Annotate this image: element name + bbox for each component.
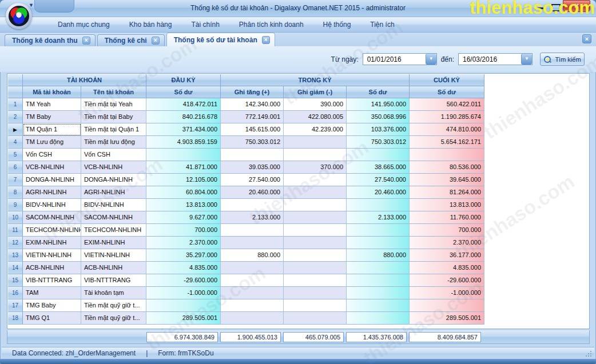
decrease-cell[interactable]: 390.000: [284, 98, 347, 111]
account-name-cell[interactable]: VIB-NTTTRANG: [81, 274, 146, 287]
closing-balance-cell[interactable]: 2.370.000: [410, 237, 484, 249]
decrease-cell[interactable]: [284, 199, 347, 211]
account-name-cell[interactable]: Tiền mặt quỹ giữ t...: [81, 299, 146, 312]
col-so-du-trong-ky[interactable]: Số dư: [347, 86, 410, 98]
menu-phan-tich-kinh-doanh[interactable]: Phân tích kinh doanh: [229, 17, 313, 32]
menu-tai-chinh[interactable]: Tài chính: [181, 17, 229, 32]
closing-balance-cell[interactable]: 81.264.000: [410, 186, 484, 199]
row-indicator[interactable]: 4: [8, 136, 23, 149]
group-tai-khoan[interactable]: TÀI KHOẢN: [23, 74, 146, 86]
account-name-cell[interactable]: Tiền mặt tại Baby: [81, 111, 146, 123]
account-code-cell[interactable]: VIETIN-NHLINH: [23, 249, 81, 262]
account-name-cell[interactable]: DONGA-NHLINH: [81, 174, 146, 186]
row-indicator[interactable]: 12: [8, 237, 23, 249]
closing-balance-cell[interactable]: 36.177.000: [410, 249, 484, 262]
closing-balance-cell[interactable]: 13.813.000: [410, 199, 484, 211]
chevron-down-icon[interactable]: ▼: [426, 54, 436, 65]
opening-balance-cell[interactable]: [146, 149, 221, 161]
row-indicator[interactable]: 9: [8, 199, 23, 211]
decrease-cell[interactable]: [284, 249, 347, 262]
opening-balance-cell[interactable]: 12.105.000: [146, 174, 221, 186]
period-balance-cell[interactable]: 20.460.000: [347, 186, 410, 199]
opening-balance-cell[interactable]: -29.600.000: [146, 274, 221, 287]
decrease-cell[interactable]: 370.000: [284, 161, 347, 174]
closing-balance-cell[interactable]: -29.600.000: [410, 274, 484, 287]
to-date-input[interactable]: 16/03/2016 ▼: [458, 53, 533, 65]
increase-cell[interactable]: 142.340.000: [221, 98, 284, 111]
increase-cell[interactable]: [221, 262, 284, 274]
menu-tien-ich[interactable]: Tiện ích: [360, 17, 404, 32]
app-logo-orb[interactable]: [6, 3, 32, 29]
account-name-cell[interactable]: SACOM-NHLINH: [81, 211, 146, 224]
table-row[interactable]: 5 Vốn CSH Vốn CSH: [8, 149, 484, 161]
table-row[interactable]: 6 VCB-NHLINH VCB-NHLINH 41.871.000 39.03…: [8, 161, 484, 174]
account-name-cell[interactable]: VCB-NHLINH: [81, 161, 146, 174]
account-code-cell[interactable]: TECHCOM-NHLINH: [23, 224, 81, 237]
table-row[interactable]: 13 VIETIN-NHLINH VIETIN-NHLINH 35.297.00…: [8, 249, 484, 262]
closing-balance-cell[interactable]: [410, 299, 484, 312]
account-name-cell[interactable]: Tiền mặt lưu động: [81, 136, 146, 149]
restore-button[interactable]: [548, 2, 563, 11]
closing-balance-cell[interactable]: 1.190.285.674: [410, 111, 484, 123]
row-indicator[interactable]: 2: [8, 111, 23, 123]
period-balance-cell[interactable]: [347, 274, 410, 287]
closing-balance-cell[interactable]: 474.810.000: [410, 123, 484, 136]
opening-balance-cell[interactable]: -1.000.000: [146, 287, 221, 299]
tab-close-icon[interactable]: ×: [152, 37, 160, 45]
chevron-down-icon[interactable]: ▼: [521, 54, 532, 65]
opening-balance-cell[interactable]: 289.505.001: [146, 312, 221, 325]
increase-cell[interactable]: [221, 274, 284, 287]
row-indicator[interactable]: 18: [8, 312, 23, 325]
table-row[interactable]: 18 TMG Q1 Tiền mặt quỹ giữ t... 289.505.…: [8, 312, 484, 325]
increase-cell[interactable]: [221, 199, 284, 211]
opening-balance-cell[interactable]: 35.297.000: [146, 249, 221, 262]
account-code-cell[interactable]: DONGA-NHLINH: [23, 174, 81, 186]
row-indicator[interactable]: 7: [8, 174, 23, 186]
period-balance-cell[interactable]: 880.000: [347, 249, 410, 262]
closing-balance-cell[interactable]: 4.835.000: [410, 262, 484, 274]
period-balance-cell[interactable]: [347, 299, 410, 312]
tab-thong-ke-doanh-thu[interactable]: Thống kê doanh thu ×: [5, 34, 96, 46]
increase-cell[interactable]: [221, 299, 284, 312]
row-indicator[interactable]: 15: [8, 274, 23, 287]
decrease-cell[interactable]: [284, 186, 347, 199]
account-code-cell[interactable]: ACB-NHLINH: [23, 262, 81, 274]
table-row[interactable]: 16 TAM Tài khoản tạm -1.000.000 -1.000.0…: [8, 287, 484, 299]
closing-balance-cell[interactable]: 11.760.000: [410, 211, 484, 224]
account-name-cell[interactable]: Tài khoản tạm: [81, 287, 146, 299]
account-name-cell[interactable]: BIDV-NHLINH: [81, 199, 146, 211]
period-balance-cell[interactable]: [347, 287, 410, 299]
period-balance-cell[interactable]: 350.068.996: [347, 111, 410, 123]
closing-balance-cell[interactable]: [410, 149, 484, 161]
group-trong-ky[interactable]: TRONG KỲ: [221, 74, 410, 86]
opening-balance-cell[interactable]: 41.871.000: [146, 161, 221, 174]
decrease-cell[interactable]: [284, 312, 347, 325]
account-name-cell[interactable]: EXIM-NHLINH: [81, 237, 146, 249]
account-code-cell[interactable]: VCB-NHLINH: [23, 161, 81, 174]
decrease-cell[interactable]: [284, 237, 347, 249]
account-name-cell[interactable]: Tiền mặt quỹ giữ t...: [81, 312, 146, 325]
account-name-cell[interactable]: Tiền mặt tại Quận 1: [81, 123, 146, 136]
account-name-cell[interactable]: ACB-NHLINH: [81, 262, 146, 274]
table-row[interactable]: 14 ACB-NHLINH ACB-NHLINH 4.835.000 4.835…: [8, 262, 484, 274]
opening-balance-cell[interactable]: 2.370.000: [146, 237, 221, 249]
period-balance-cell[interactable]: 750.303.012: [347, 136, 410, 149]
row-indicator[interactable]: 1: [8, 98, 23, 111]
increase-cell[interactable]: 27.540.000: [221, 174, 284, 186]
table-row[interactable]: 11 TECHCOM-NHLINH TECHCOM-NHLINH 700.000…: [8, 224, 484, 237]
account-code-cell[interactable]: BIDV-NHLINH: [23, 199, 81, 211]
col-so-du-cuoi-ky[interactable]: Số dư: [410, 86, 484, 98]
increase-cell[interactable]: [221, 224, 284, 237]
col-ma-tai-khoan[interactable]: Mã tài khoản: [23, 86, 81, 98]
table-row[interactable]: 15 VIB-NTTTRANG VIB-NTTTRANG -29.600.000…: [8, 274, 484, 287]
opening-balance-cell[interactable]: [146, 299, 221, 312]
row-indicator[interactable]: 5: [8, 149, 23, 161]
opening-balance-cell[interactable]: 13.813.000: [146, 199, 221, 211]
closing-balance-cell[interactable]: 39.645.000: [410, 174, 484, 186]
period-balance-cell[interactable]: [347, 149, 410, 161]
account-code-cell[interactable]: TAM: [23, 287, 81, 299]
account-code-cell[interactable]: TMG Q1: [23, 312, 81, 325]
account-name-cell[interactable]: VIETIN-NHLINH: [81, 249, 146, 262]
period-balance-cell[interactable]: 27.540.000: [347, 174, 410, 186]
opening-balance-cell[interactable]: 4.903.859.159: [146, 136, 221, 149]
